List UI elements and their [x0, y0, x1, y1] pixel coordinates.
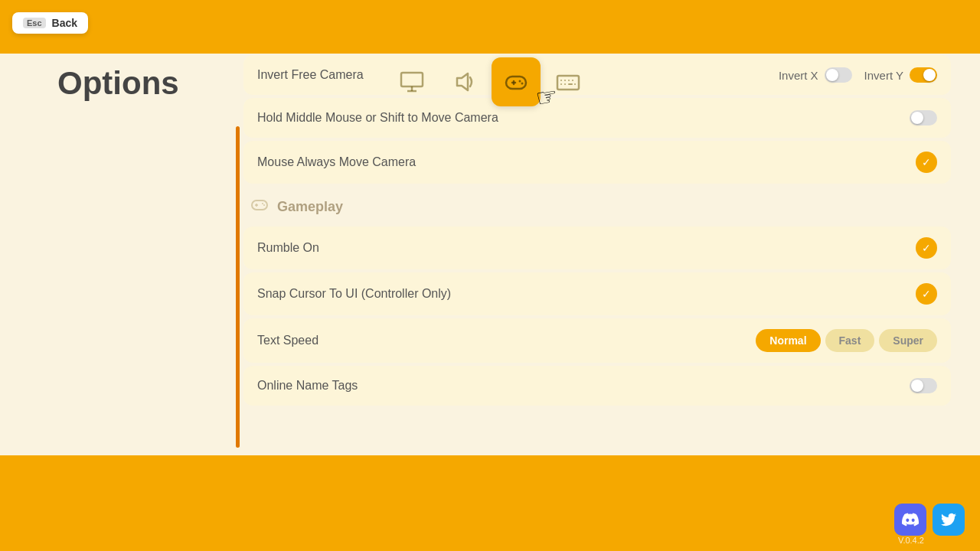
svg-point-7	[519, 80, 521, 83]
invert-free-camera-label: Invert Free Camera	[257, 68, 364, 82]
snap-cursor-row: Snap Cursor To UI (Controller Only) ✓	[243, 272, 951, 315]
hold-middle-mouse-row: Hold Middle Mouse or Shift to Move Camer…	[243, 98, 951, 138]
tab-audio[interactable]	[439, 57, 488, 106]
svg-rect-0	[401, 73, 423, 86]
snap-cursor-label: Snap Cursor To UI (Controller Only)	[257, 287, 451, 301]
snap-cursor-check[interactable]: ✓	[916, 283, 937, 305]
invert-y-group: Invert Y	[864, 67, 937, 83]
invert-y-toggle[interactable]	[910, 67, 937, 83]
mouse-always-move-check[interactable]: ✓	[916, 152, 937, 173]
invert-x-toggle[interactable]	[825, 67, 852, 83]
page-title: Options	[57, 65, 179, 102]
esc-badge: Esc	[23, 18, 46, 28]
svg-point-24	[262, 203, 263, 204]
back-button[interactable]: Esc Back	[12, 12, 88, 34]
tab-controller[interactable]	[492, 57, 541, 106]
svg-point-8	[521, 83, 524, 85]
invert-x-group: Invert X	[779, 67, 852, 83]
mouse-always-move-row: Mouse Always Move Camera ✓	[243, 141, 951, 184]
rumble-on-label: Rumble On	[257, 241, 319, 255]
hold-middle-mouse-label: Hold Middle Mouse or Shift to Move Camer…	[257, 111, 498, 125]
discord-icon[interactable]	[894, 504, 926, 536]
tab-bar	[387, 57, 593, 106]
back-label: Back	[52, 17, 77, 29]
invert-controls: Invert X Invert Y	[779, 67, 937, 83]
invert-y-label: Invert Y	[864, 69, 903, 82]
speed-normal-button[interactable]: Normal	[756, 329, 820, 352]
speed-fast-button[interactable]: Fast	[825, 329, 875, 352]
online-name-tags-label: Online Name Tags	[257, 379, 358, 393]
text-speed-row: Text Speed Normal Fast Super	[243, 318, 951, 363]
tab-display[interactable]	[387, 57, 436, 106]
gameplay-section-label: Gameplay	[277, 199, 343, 215]
gameplay-section-header: Gameplay	[237, 187, 957, 223]
online-name-tags-row: Online Name Tags	[243, 366, 951, 406]
online-name-tags-toggle[interactable]	[910, 378, 937, 393]
rumble-on-row: Rumble On ✓	[243, 227, 951, 269]
social-icons	[894, 504, 965, 536]
svg-marker-3	[457, 73, 468, 90]
speed-super-button[interactable]: Super	[879, 329, 937, 352]
invert-free-camera-row: Invert Free Camera Invert X Invert Y	[243, 55, 951, 95]
version-text: V.0.4.2	[880, 536, 942, 545]
version-label: V.0.4.2	[898, 536, 924, 545]
invert-x-label: Invert X	[779, 69, 818, 82]
tab-keyboard[interactable]	[544, 57, 593, 106]
bottom-bar	[0, 455, 980, 551]
twitter-icon[interactable]	[933, 504, 965, 536]
rumble-on-check[interactable]: ✓	[916, 237, 937, 259]
mouse-always-move-label: Mouse Always Move Camera	[257, 155, 416, 169]
svg-point-25	[263, 204, 265, 206]
gameplay-icon	[250, 194, 270, 219]
text-speed-group: Normal Fast Super	[756, 329, 937, 352]
hold-middle-mouse-toggle[interactable]	[910, 110, 937, 126]
svg-rect-9	[557, 76, 579, 90]
top-bar	[0, 0, 980, 54]
text-speed-label: Text Speed	[257, 334, 318, 347]
